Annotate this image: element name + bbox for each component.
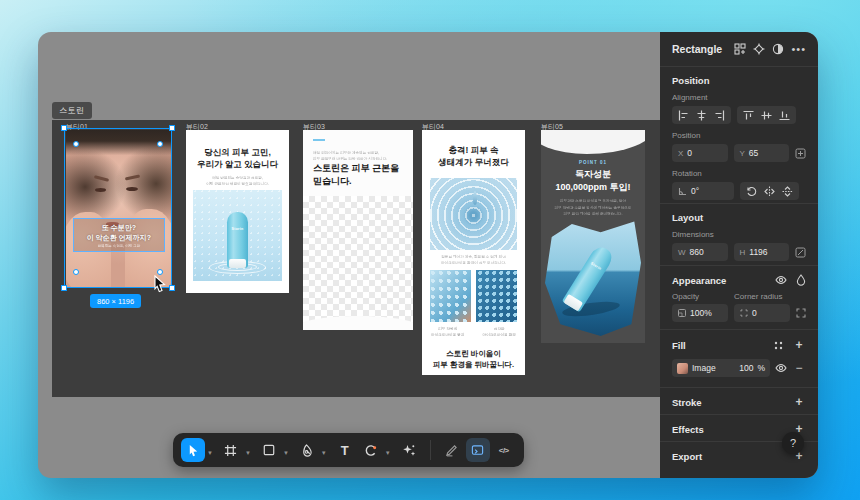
align-left-icon[interactable] (675, 108, 692, 122)
curved-bottom-shape (303, 316, 413, 330)
ab4-bottom-1: 스토린 바이옴이 (422, 348, 525, 359)
artboard-beauty-04[interactable]: 충격! 피부 속 생태계가 무너졌다 잘못된 케어가 계속, 회복될 수 없게 … (422, 130, 525, 375)
stroke-header: Stroke (672, 397, 702, 408)
add-stroke-icon[interactable]: + (792, 395, 806, 409)
layout-section: Layout Dimensions W860 H1196 (660, 204, 818, 266)
artboard-beauty-01[interactable]: 또 수분만? 이 악순환 언제까지? 반복되는 속건조, 이제 그만 (66, 130, 172, 288)
help-button[interactable]: ? (782, 432, 804, 454)
ab2-headline-1: 당신의 피부 고민, (186, 146, 289, 158)
fill-row[interactable]: Image 100 % (672, 359, 770, 377)
opacity-icon (678, 309, 686, 317)
corner-radius-label: Corner radius (734, 292, 790, 301)
opacity-label: Opacity (672, 292, 728, 301)
rotation-field[interactable]: 0° (672, 182, 734, 200)
fill-visibility-eye-icon[interactable] (775, 362, 787, 374)
pen-tool[interactable] (295, 438, 319, 462)
shape-tool[interactable] (257, 438, 281, 462)
constraints-icon[interactable] (795, 148, 806, 159)
ab4-headline-1: 충격! 피부 속 (422, 144, 525, 156)
shape-tool-chevron-icon[interactable]: ▼ (283, 450, 289, 456)
artboard-beauty-05[interactable]: POINT 01 독자성분 100,000ppm 투입! 피부과학 스토린 바이… (541, 130, 645, 343)
actions-tool-chevron-icon[interactable]: ▼ (385, 450, 391, 456)
pen-tool-chevron-icon[interactable]: ▼ (321, 450, 327, 456)
align-top-icon[interactable] (740, 108, 757, 122)
ai-sparkle-tool[interactable] (397, 438, 421, 462)
fill-image-thumbnail[interactable] (677, 363, 688, 374)
dimensions-label: Dimensions (672, 230, 806, 239)
x-position-field[interactable]: X0 (672, 144, 728, 162)
dev-mode-toggle[interactable] (466, 438, 490, 462)
ab3-headline-2: 믿습니다. (313, 175, 399, 188)
align-center-h-icon[interactable] (693, 108, 710, 122)
align-right-icon[interactable] (711, 108, 728, 122)
opacity-field[interactable]: 100% (672, 304, 728, 322)
selection-size-badge: 860 × 1196 (90, 294, 141, 308)
toolbar-divider (430, 440, 431, 460)
corner-radius-field[interactable]: 0 (734, 304, 790, 322)
artboard-beauty-03[interactable]: 매일 뒤집어지는 피부와 계속되는 건조함, 피부 본질부터 바뀌는 진짜 변화… (303, 130, 413, 330)
appearance-header: Appearance (672, 275, 726, 286)
rotate-icon[interactable] (743, 184, 760, 198)
lock-aspect-icon[interactable] (795, 247, 806, 258)
design-canvas[interactable]: 스토린 뷰티01 뷰티02 뷰티03 뷰티04 뷰티05 또 수분만? 이 악순… (38, 32, 660, 478)
blend-half-circle-icon[interactable] (772, 43, 784, 55)
ab4-caption-left-2: 마이크로바이옴 붕괴 (431, 333, 464, 337)
vertical-align-group (737, 106, 796, 124)
ab4-headline-2: 생태계가 무너졌다 (422, 156, 525, 168)
ab5-headline-2: 100,000ppm 투입! (541, 181, 645, 194)
angle-icon (678, 187, 687, 196)
independent-corners-icon[interactable] (796, 308, 806, 318)
target-icon[interactable] (753, 43, 765, 55)
frame-tool[interactable] (219, 438, 243, 462)
blend-drop-icon[interactable] (796, 274, 806, 286)
transform-group (740, 182, 799, 200)
panel-header: Rectangle ••• (660, 32, 818, 67)
remove-fill-icon[interactable]: − (792, 361, 806, 375)
styles-grid-icon[interactable] (734, 43, 746, 55)
marker-tool[interactable] (440, 438, 464, 462)
height-field[interactable]: H1196 (734, 243, 790, 261)
fill-opacity-value[interactable]: 100 (739, 363, 753, 373)
ab4-sub-2: 마이크로바이옴 환경이 전부 무너집니다. (422, 260, 525, 266)
visibility-eye-icon[interactable] (775, 274, 787, 286)
fill-opacity-unit: % (757, 363, 765, 373)
ab4-caption-left-1: 피부 장벽의 (438, 327, 457, 331)
overlay-line-3: 반복되는 속건조, 이제 그만 (76, 244, 161, 248)
export-header: Export (672, 451, 702, 462)
code-tool[interactable]: </> (492, 438, 516, 462)
woman-photo (66, 130, 172, 288)
align-middle-v-icon[interactable] (758, 108, 775, 122)
section-name-badge[interactable]: 스토린 (52, 102, 92, 119)
selected-object-title: Rectangle (672, 43, 727, 55)
selected-text-layer[interactable]: 또 수분만? 이 악순환 언제까지? 반복되는 속건조, 이제 그만 (73, 218, 164, 252)
frame-tool-chevron-icon[interactable]: ▼ (245, 450, 251, 456)
microbiome-photo-damaged (430, 270, 471, 322)
corner-radius-icon (740, 309, 748, 317)
ab3-text-block: 매일 뒤집어지는 피부와 계속되는 건조함, 피부 본질부터 바뀌는 진짜 변화… (303, 130, 413, 196)
bottom-toolbar: ▼ ▼ ▼ ▼ T ▼ </> (173, 433, 524, 467)
overlay-line-1: 또 수분만? (76, 223, 161, 232)
width-field[interactable]: W860 (672, 243, 728, 261)
actions-tool[interactable] (359, 438, 383, 462)
flip-vertical-icon[interactable] (779, 184, 796, 198)
artboard-beauty-02[interactable]: 당신의 피부 고민, 우리가 알고 있습니다 매일 반복되는 속당김과 건조함,… (186, 130, 289, 293)
flip-horizontal-icon[interactable] (761, 184, 778, 198)
app-window: 스토린 뷰티01 뷰티02 뷰티03 뷰티04 뷰티05 또 수분만? 이 악순… (38, 32, 818, 478)
text-tool[interactable]: T (333, 438, 357, 462)
add-fill-icon[interactable]: + (792, 338, 806, 352)
align-bottom-icon[interactable] (776, 108, 793, 122)
fill-styles-icon[interactable] (773, 340, 784, 351)
move-tool[interactable] (181, 438, 205, 462)
accent-dash (313, 139, 325, 141)
product-tube: Storin (227, 212, 248, 268)
position-header: Position (672, 75, 806, 86)
more-options-icon[interactable]: ••• (791, 43, 806, 55)
move-tool-chevron-icon[interactable]: ▼ (207, 450, 213, 456)
y-position-field[interactable]: Y65 (734, 144, 790, 162)
ab5-point-label: POINT 01 (541, 160, 645, 165)
ab4-bottom-2: 피부 환경을 뒤바꿉니다. (422, 359, 525, 370)
fill-type-label: Image (692, 363, 735, 373)
properties-panel: Rectangle ••• Position Alignment (660, 32, 818, 478)
rotation-label: Rotation (672, 169, 806, 178)
appearance-section: Appearance Opacity 100% Corner radius 0 (660, 266, 818, 330)
